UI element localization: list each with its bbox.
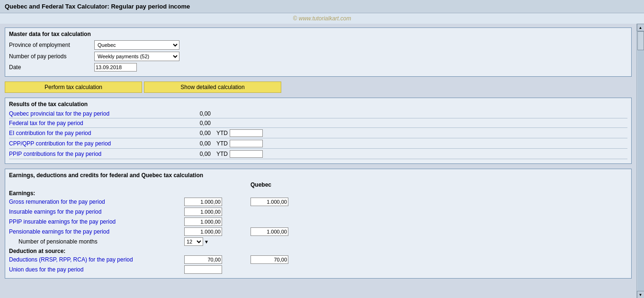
province-label: Province of employment xyxy=(9,42,94,48)
province-select[interactable]: Quebec Ontario Alberta British Columbia xyxy=(94,40,179,50)
deduction-quebec-0[interactable] xyxy=(250,255,288,264)
main-content: Master data for tax calculation Province… xyxy=(0,24,636,298)
earnings-row-1: Insurable earnings for the pay period xyxy=(9,208,627,216)
result-value-2: 0,00 xyxy=(184,130,213,136)
earnings-label-1: Insurable earnings for the pay period xyxy=(9,208,184,215)
result-value-3: 0,00 xyxy=(184,140,213,147)
result-value-0: 0,00 xyxy=(184,110,213,117)
ytd-label-3: YTD xyxy=(216,140,228,147)
pay-periods-label: Number of pay periods xyxy=(9,53,94,60)
result-row-1: Federal tax for the pay period 0,00 xyxy=(9,120,627,128)
date-row: Date xyxy=(9,63,627,72)
deduction-row-1: Union dues for the pay period xyxy=(9,265,627,274)
earnings-quebec-3[interactable] xyxy=(250,227,288,236)
deduction-label: Deduction at source: xyxy=(9,248,627,254)
earnings-sub-label: Earnings: xyxy=(9,190,627,197)
earnings-row-0: Gross remuneration for the pay period xyxy=(9,198,627,206)
deduction-label-0: Deductions (RRSP, RPP, RCA) for the pay … xyxy=(9,256,184,263)
perform-tax-button[interactable]: Perform tax calculation xyxy=(5,81,142,93)
result-row-3: CPP/QPP contribution for the pay period … xyxy=(9,140,627,149)
ytd-input-2[interactable] xyxy=(230,129,263,137)
result-label-0: Quebec provincial tax for the pay period xyxy=(9,110,184,117)
results-title: Results of the tax calculation xyxy=(9,101,88,108)
results-section: Results of the tax calculation Quebec pr… xyxy=(5,98,632,164)
result-value-4: 0,00 xyxy=(184,151,213,157)
deduction-row-0: Deductions (RRSP, RPP, RCA) for the pay … xyxy=(9,255,627,264)
earnings-title: Earnings, deductions and credits for fed… xyxy=(9,172,203,179)
result-row-4: PPIP contributions for the pay period 0,… xyxy=(9,150,627,159)
pay-periods-select[interactable]: Weekly payments (52) Bi-weekly payments … xyxy=(94,52,179,61)
quebec-col-header: Quebec xyxy=(250,181,271,188)
earnings-quebec-0[interactable] xyxy=(250,198,288,206)
earnings-federal-2[interactable] xyxy=(184,217,222,226)
deduction-label-1: Union dues for the pay period xyxy=(9,266,184,273)
title-bar: Quebec and Federal Tax Calculator: Regul… xyxy=(0,0,644,24)
pensionable-months-row: Number of pensionable months 12 123 456 … xyxy=(9,237,627,246)
result-label-4: PPIP contributions for the pay period xyxy=(9,151,184,157)
scroll-down-icon: ▼ xyxy=(639,293,643,297)
earnings-header: Quebec xyxy=(9,181,627,188)
earnings-section: Earnings, deductions and credits for fed… xyxy=(5,169,632,279)
ytd-input-4[interactable] xyxy=(230,150,263,158)
scrollbar-thumb[interactable] xyxy=(637,31,644,50)
pensionable-months-select[interactable]: 12 123 456 789 1011 xyxy=(184,237,203,246)
button-row: Perform tax calculation Show detailed ca… xyxy=(5,81,632,93)
result-row-2: EI contribution for the pay period 0,00 … xyxy=(9,129,627,138)
ytd-label-2: YTD xyxy=(216,130,228,136)
date-label: Date xyxy=(9,64,94,71)
pensionable-months-label: Number of pensionable months xyxy=(18,238,184,245)
earnings-row-3: Pensionable earnings for the pay period xyxy=(9,227,627,236)
result-row-0: Quebec provincial tax for the pay period… xyxy=(9,110,627,118)
date-input[interactable] xyxy=(94,63,137,72)
deduction-federal-1[interactable] xyxy=(184,265,222,274)
scroll-up-button[interactable]: ▲ xyxy=(637,24,644,31)
earnings-federal-3[interactable] xyxy=(184,227,222,236)
earnings-federal-0[interactable] xyxy=(184,198,222,206)
scrollbar-track xyxy=(637,31,644,291)
pay-periods-row: Number of pay periods Weekly payments (5… xyxy=(9,52,627,61)
scroll-up-icon: ▲ xyxy=(639,26,643,30)
earnings-label-2: PPIP insurable earnings for the pay peri… xyxy=(9,218,184,225)
earnings-row-2: PPIP insurable earnings for the pay peri… xyxy=(9,217,627,226)
earnings-label-3: Pensionable earnings for the pay period xyxy=(9,228,184,235)
earnings-federal-1[interactable] xyxy=(184,208,222,216)
ytd-input-3[interactable] xyxy=(230,140,263,147)
show-detailed-button[interactable]: Show detailed calculation xyxy=(144,81,281,93)
result-label-2: EI contribution for the pay period xyxy=(9,130,184,136)
province-row: Province of employment Quebec Ontario Al… xyxy=(9,40,627,50)
deduction-federal-0[interactable] xyxy=(184,255,222,264)
master-data-section: Master data for tax calculation Province… xyxy=(5,27,632,77)
earnings-label-0: Gross remuneration for the pay period xyxy=(9,199,184,205)
master-data-title: Master data for tax calculation xyxy=(9,31,91,37)
result-value-1: 0,00 xyxy=(184,120,213,126)
scroll-down-button[interactable]: ▼ xyxy=(637,291,644,298)
scrollbar: ▲ ▼ xyxy=(636,24,644,298)
ytd-label-4: YTD xyxy=(216,151,228,157)
months-dropdown-arrow: ▼ xyxy=(204,239,209,244)
watermark: © www.tutorialkart.com xyxy=(293,15,351,22)
result-label-3: CPP/QPP contribution for the pay period xyxy=(9,140,184,147)
window-title: Quebec and Federal Tax Calculator: Regul… xyxy=(5,3,190,10)
result-label-1: Federal tax for the pay period xyxy=(9,120,184,126)
